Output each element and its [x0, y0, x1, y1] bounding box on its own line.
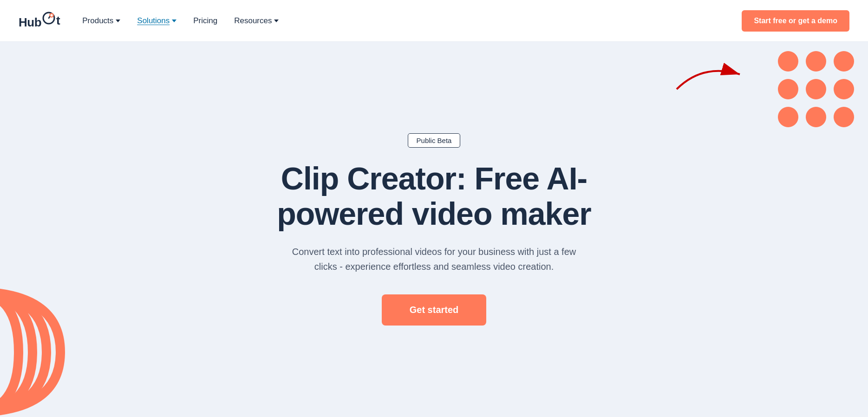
hero-subtitle: Convert text into professional videos fo…: [281, 244, 587, 274]
navigation: Hub t Products Solutions Pricing Resou: [0, 0, 868, 42]
hero-section: Public Beta Clip Creator: Free AI-powere…: [0, 42, 868, 417]
get-started-button[interactable]: Get started: [382, 294, 487, 326]
hero-content: Public Beta Clip Creator: Free AI-powere…: [248, 133, 620, 326]
nav-item-solutions[interactable]: Solutions: [137, 16, 176, 26]
nav-items: Products Solutions Pricing Resources: [82, 16, 742, 26]
public-beta-badge: Public Beta: [408, 133, 461, 148]
hubspot-logo-icon: [41, 11, 56, 26]
svg-point-2: [51, 14, 53, 17]
dot: [778, 51, 798, 72]
dot: [806, 107, 826, 127]
logo[interactable]: Hub t: [19, 12, 60, 30]
nav-item-pricing[interactable]: Pricing: [193, 16, 217, 26]
nav-item-resources[interactable]: Resources: [234, 16, 279, 26]
dot: [778, 107, 798, 127]
logo-text: Hub t: [19, 12, 60, 30]
arrow-icon: [673, 56, 747, 93]
nav-item-products[interactable]: Products: [82, 16, 120, 26]
dot: [806, 79, 826, 99]
start-free-button[interactable]: Start free or get a demo: [742, 10, 849, 32]
dot-grid-decoration: [778, 51, 854, 127]
dot: [834, 79, 854, 99]
chevron-down-icon: [172, 20, 176, 22]
svg-line-3: [49, 17, 50, 18]
chevron-down-icon: [274, 20, 279, 22]
arrow-annotation: [673, 56, 747, 95]
chevron-down-icon: [116, 20, 120, 22]
arc-decoration: [0, 287, 65, 417]
dot: [834, 107, 854, 127]
arc-svg: [0, 287, 65, 417]
hero-title: Clip Creator: Free AI-powered video make…: [248, 161, 620, 231]
dot: [834, 51, 854, 72]
dot: [806, 51, 826, 72]
dot: [778, 79, 798, 99]
